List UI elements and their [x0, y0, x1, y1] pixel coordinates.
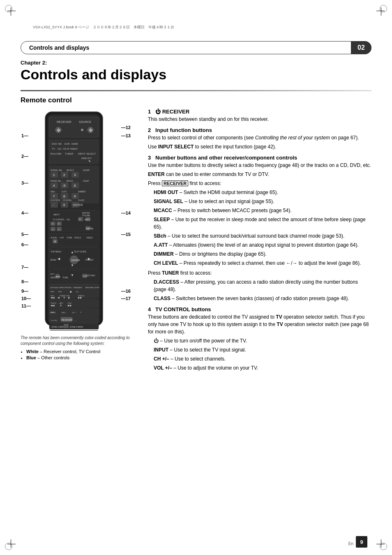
svg-text:SIGNAL SEL: SIGNAL SEL — [51, 180, 62, 182]
desc-section-2: 2 Input function buttons Press to select… — [148, 127, 371, 150]
label-11: 11— — [21, 303, 31, 308]
svg-rect-56 — [51, 202, 58, 208]
svg-text:3: 3 — [74, 173, 76, 177]
svg-text:◦: ◦ — [53, 203, 54, 207]
svg-text:TUNER: TUNER — [65, 153, 74, 155]
svg-text:AUTO/ACC/DIRECT: AUTO/ACC/DIRECT — [51, 287, 66, 289]
label-5: 5— — [21, 232, 28, 237]
label-12: —12 — [121, 125, 131, 130]
svg-text:⏸: ⏸ — [63, 296, 65, 299]
svg-text:▶▶: ▶▶ — [68, 304, 72, 307]
label-15: —15 — [121, 232, 131, 237]
svg-text:MUTE: MUTE — [85, 219, 90, 221]
svg-text:MENU/ADV SURR: MENU/ADV SURR — [85, 287, 99, 289]
desc-title-1: RECEIVER — [162, 109, 189, 115]
page-lang: En — [348, 541, 353, 546]
desc-section-3: 3 Number buttons and other receiver/comp… — [148, 155, 371, 302]
section-divider — [21, 90, 371, 91]
label-17: —17 — [121, 296, 131, 301]
svg-text:–: – — [52, 228, 53, 231]
svg-text:⟶: ⟶ — [83, 275, 87, 278]
label-3: 3— — [21, 180, 28, 185]
svg-text:MUTE: MUTE — [86, 227, 93, 230]
chapter-title: Controls and displays — [21, 67, 371, 83]
svg-text:◀: ◀ — [58, 257, 60, 261]
label-14: —14 — [121, 210, 131, 215]
crop-mark-tl — [7, 7, 20, 20]
svg-point-7 — [81, 129, 83, 131]
desc-body-4: These buttons are dedicated to control t… — [148, 313, 371, 372]
svg-text:SELECT: SELECT — [86, 153, 96, 155]
svg-text:CLASS: CLASS — [78, 199, 84, 201]
svg-text:MCACC: MCACC — [67, 169, 74, 171]
svg-text:HDD: HDD — [51, 291, 54, 293]
svg-text:TOOLS: TOOLS — [74, 236, 81, 239]
svg-rect-151 — [64, 324, 69, 328]
label-16: —16 — [121, 289, 131, 294]
header-bar: Controls and displays 02 — [21, 41, 371, 54]
main-content: Chapter 2: Controls and displays Remote … — [21, 60, 371, 376]
label-1: 1— — [21, 133, 28, 138]
svg-text:SBch: SBch — [51, 191, 55, 193]
label-4: 4— — [21, 210, 28, 215]
svg-text:ZONE 2 MAIN: ZONE 2 MAIN — [51, 326, 65, 328]
section-heading: Remote control — [21, 96, 371, 104]
crop-mark-br — [372, 535, 385, 548]
svg-text:CD-R: CD-R — [63, 148, 69, 150]
svg-text:▶: ▶ — [68, 296, 70, 299]
svg-text:⏻: ⏻ — [89, 128, 92, 132]
svg-text:✕: ✕ — [54, 240, 56, 243]
svg-text:TUNE: TUNE — [62, 276, 68, 279]
chapter-label: Chapter 2: — [21, 60, 371, 66]
svg-text:TV: TV — [52, 148, 55, 150]
left-column: 1— 2— 3— 4— 5— 6— 7— 8— 9— 10— 11— —12 —… — [21, 109, 140, 376]
svg-text:TEXT GUIDE: TEXT GUIDE — [74, 250, 87, 253]
svg-text:◀◀: ◀◀ — [51, 296, 55, 299]
svg-text:2: 2 — [63, 173, 65, 177]
label-6: 6— — [21, 242, 28, 247]
remote-area: 1— 2— 3— 4— 5— 6— 7— 8— 9— 10— 11— —12 —… — [21, 109, 131, 360]
svg-text:▶▶: ▶▶ — [78, 296, 82, 299]
svg-text:INPUT: INPUT — [78, 153, 85, 155]
svg-text:TUNE: TUNE — [67, 236, 72, 239]
desc-body-1: This switches between standby and on for… — [148, 116, 371, 123]
desc-num-2: 2 Input function buttons — [148, 127, 371, 133]
svg-text:+: + — [79, 217, 81, 221]
chapter-number: 02 — [351, 41, 371, 54]
svg-text:PTY: PTY — [51, 273, 55, 275]
svg-text:MASTER: MASTER — [82, 212, 90, 214]
label-9: 9— — [21, 289, 28, 294]
svg-text:iPod USB: iPod USB — [51, 153, 61, 155]
svg-text:DVD: DVD — [58, 291, 62, 293]
desc-num-1: 1 ⏻ RECEIVER — [148, 109, 371, 115]
svg-text:HDMI: HDMI — [71, 143, 78, 145]
svg-text:D.ACCESS: D.ACCESS — [51, 199, 60, 201]
svg-text:ENTER: ENTER — [71, 259, 80, 261]
header-title: Controls and displays — [29, 44, 89, 51]
svg-text:⏻: ⏻ — [57, 128, 60, 132]
svg-text:◀: ◀ — [58, 296, 60, 299]
svg-text:STANDARD: STANDARD — [73, 287, 82, 289]
svg-text:VIDEO: VIDEO — [70, 148, 78, 150]
svg-text:RECEIVER: RECEIVER — [57, 120, 71, 123]
svg-text:6: 6 — [74, 184, 76, 187]
svg-text:TV CONTROL: TV CONTROL — [53, 219, 65, 221]
svg-text:DVR: DVR — [65, 143, 70, 145]
svg-text:DIMMER: DIMMER — [78, 191, 86, 193]
svg-text:INPUT: INPUT — [53, 213, 60, 216]
svg-text:BD: BD — [58, 143, 62, 145]
svg-text:ENTER: ENTER — [73, 204, 83, 206]
svg-text:⏸: ⏸ — [60, 304, 62, 307]
svg-text:RECEIVER: RECEIVER — [62, 319, 72, 321]
svg-text:SOURCE: SOURCE — [79, 120, 91, 123]
page-number: 9 — [356, 536, 367, 548]
label-13: —13 — [121, 133, 131, 138]
svg-text:CH: CH — [72, 312, 74, 314]
desc-body-2: Press to select control of other compone… — [148, 134, 371, 150]
svg-text:⬉: ⬉ — [88, 160, 91, 162]
svg-text:LIST: LIST — [60, 236, 64, 239]
svg-text:TV CTRL: TV CTRL — [51, 319, 58, 321]
crop-mark-bl — [7, 535, 20, 548]
svg-text:CD: CD — [58, 148, 61, 150]
svg-text:SIGNAL SEL: SIGNAL SEL — [51, 169, 62, 171]
